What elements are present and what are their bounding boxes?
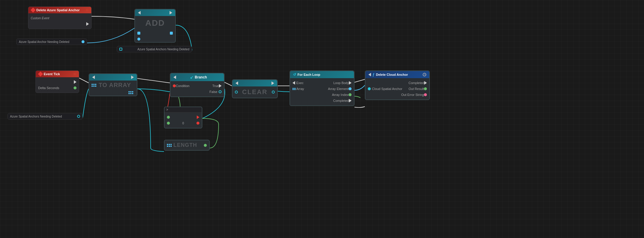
delta-pin bbox=[74, 86, 77, 89]
condition-label: Condition bbox=[176, 84, 189, 88]
tick-icon bbox=[38, 72, 43, 77]
length-out-pin bbox=[204, 144, 207, 147]
anchor-var-node: Azure Spatial Anchor Needing Deleted bbox=[16, 38, 87, 45]
delta-row: Delta Seconds bbox=[36, 85, 79, 91]
anchor-var-row: Azure Spatial Anchor Needing Deleted bbox=[17, 39, 87, 45]
tick-exec-row bbox=[36, 79, 79, 85]
length-node: LENGTH bbox=[164, 140, 210, 151]
array-index-label: Array Index bbox=[332, 93, 349, 97]
cloud-anchor-label: Cloud Spatial Anchor bbox=[372, 87, 402, 91]
branch-title: Branch bbox=[195, 75, 207, 79]
clear-title: CLEAR bbox=[240, 88, 270, 96]
add-array-in bbox=[137, 32, 140, 35]
clear-header bbox=[232, 80, 277, 86]
compare-header: > bbox=[165, 107, 202, 112]
exec-row: Exec Loop Body bbox=[290, 80, 354, 86]
false-pin bbox=[219, 90, 222, 93]
delete-azure-subtitle: Custom Event bbox=[31, 17, 49, 20]
fe-completed-label: Completed bbox=[333, 99, 349, 102]
array-grid-icon bbox=[92, 84, 96, 87]
event-tick-body: Delta Seconds bbox=[36, 77, 79, 93]
true-exec-out bbox=[219, 84, 222, 88]
exec-label: Exec bbox=[296, 81, 303, 85]
event-tick-node: Event Tick Delta Seconds bbox=[35, 70, 79, 93]
loop-body-label: Loop Body bbox=[333, 81, 349, 85]
compare-body: 0 bbox=[165, 112, 202, 128]
to-array-header bbox=[89, 74, 137, 81]
anchor-var-label: Azure Spatial Anchor Needing Deleted bbox=[19, 40, 69, 44]
clear-exec-out bbox=[271, 81, 274, 85]
out-error-pin bbox=[424, 93, 427, 96]
add-array-out bbox=[170, 32, 173, 35]
condition-pin bbox=[173, 84, 176, 87]
to-array-exec-out bbox=[131, 75, 134, 79]
cloud-anchor-in bbox=[368, 87, 371, 90]
delete-cloud-body: Completed Cloud Spatial Anchor Out Resul… bbox=[365, 78, 429, 99]
add-title: ADD bbox=[145, 18, 165, 28]
branch-node: ↙ Branch Condition True False bbox=[170, 73, 225, 97]
red-square-icon bbox=[86, 9, 88, 11]
delete-azure-exec-row bbox=[28, 21, 91, 27]
branch-icon: ↙ bbox=[190, 75, 193, 80]
delete-azure-title: Delete Azure Spatial Anchor bbox=[36, 8, 80, 12]
event-tick-title: Event Tick bbox=[44, 72, 60, 76]
dc-exec-in bbox=[368, 73, 371, 76]
delete-cloud-header: ƒ Delete Cloud Anchor bbox=[365, 71, 429, 78]
dc-completed-label: Completed bbox=[409, 81, 424, 85]
tick-exec-out bbox=[74, 80, 77, 84]
compare-node: > 0 bbox=[164, 107, 202, 128]
delete-azure-node: Delete Azure Spatial Anchor Custom Event bbox=[28, 7, 92, 29]
for-each-loop-node: ↺ For Each Loop Exec Loop Body Array Arr… bbox=[290, 70, 354, 106]
exec-out-pin bbox=[86, 22, 89, 26]
for-each-header: ↺ For Each Loop bbox=[290, 71, 354, 78]
delete-cloud-node: ƒ Delete Cloud Anchor Completed Cloud Sp… bbox=[365, 70, 430, 100]
array-index-pin bbox=[349, 93, 352, 96]
length-content: LENGTH bbox=[165, 140, 209, 150]
array-out-grid bbox=[129, 91, 133, 94]
compare-top-row bbox=[165, 114, 202, 120]
cmp-in-zero-pin bbox=[167, 122, 170, 125]
array-label: Array bbox=[296, 87, 304, 91]
branch-false-row: False bbox=[170, 89, 224, 95]
fe-exec-in bbox=[292, 81, 295, 85]
anchors-var1-pin-in bbox=[119, 48, 122, 51]
index-row: Array Index bbox=[290, 92, 354, 98]
delete-cloud-header-left: ƒ Delete Cloud Anchor bbox=[368, 73, 408, 77]
branch-condition-row: Condition True bbox=[170, 83, 224, 89]
delete-azure-body: Custom Event bbox=[28, 13, 91, 29]
branch-title-area: ↙ Branch bbox=[190, 75, 207, 80]
add-exec-out bbox=[170, 11, 172, 15]
clear-exec-in bbox=[235, 81, 238, 85]
fn-icon: ƒ bbox=[373, 73, 375, 77]
add-header bbox=[135, 9, 175, 16]
length-grid bbox=[167, 144, 172, 147]
true-label: True bbox=[212, 84, 219, 88]
fe-completed-row: Completed bbox=[290, 98, 354, 104]
out-result-pin bbox=[424, 87, 427, 90]
out-error-label: Out Error String bbox=[401, 93, 424, 97]
add-node: ADD bbox=[134, 9, 176, 43]
delta-label: Delta Seconds bbox=[38, 86, 59, 90]
cloud-anchor-row: Cloud Spatial Anchor Out Result bbox=[365, 86, 429, 92]
add-input-row bbox=[135, 30, 175, 36]
length-title: LENGTH bbox=[173, 142, 197, 148]
fe-completed-pin bbox=[349, 99, 352, 102]
anchors-var1-row: Azure Spatial Anchors Needing Deleted bbox=[117, 46, 192, 52]
loop-body-pin bbox=[349, 81, 352, 85]
clear-content: CLEAR bbox=[232, 86, 277, 98]
anchors-var2-node: Azure Spatial Anchors Needing Deleted bbox=[7, 113, 83, 120]
for-each-title: For Each Loop bbox=[297, 73, 351, 76]
out-error-row: Out Error String bbox=[365, 92, 429, 98]
add-title-area: ADD bbox=[135, 16, 175, 30]
array-element-label: Array Element bbox=[328, 87, 349, 91]
loop-icon: ↺ bbox=[293, 73, 296, 77]
anchors-var1-label: Azure Spatial Anchors Needing Deleted bbox=[137, 48, 189, 51]
add-item-row bbox=[135, 36, 175, 42]
to-array-out-row bbox=[89, 90, 137, 96]
branch-exec-in bbox=[173, 75, 176, 79]
compare-mid-row: 0 bbox=[165, 120, 202, 126]
array-row: Array Array Element bbox=[290, 86, 354, 92]
clock-icon bbox=[423, 73, 426, 76]
cmp-red-out bbox=[196, 122, 199, 125]
zero-label: 0 bbox=[182, 122, 184, 125]
